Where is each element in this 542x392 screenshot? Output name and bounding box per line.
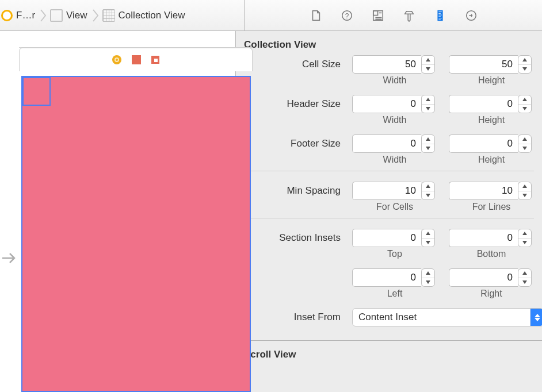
sublabel: For Cells bbox=[376, 202, 413, 212]
header-width-stepper[interactable] bbox=[421, 95, 435, 113]
cell-width-input[interactable] bbox=[352, 55, 421, 74]
field-spacing-cells: For Cells bbox=[352, 182, 437, 212]
section-title-collectionview: Collection View bbox=[236, 31, 542, 55]
breadcrumb-label: View bbox=[66, 10, 87, 21]
stepper-down-icon[interactable] bbox=[518, 239, 531, 247]
sublabel: Width bbox=[383, 75, 407, 86]
stepper-down-icon[interactable] bbox=[422, 191, 434, 200]
breadcrumb-label: F…r bbox=[16, 10, 35, 21]
stepper-down-icon[interactable] bbox=[518, 105, 531, 113]
footer-height-input[interactable] bbox=[449, 134, 518, 153]
inspector-pane: Collection View Cell Size Width Height H… bbox=[236, 31, 542, 392]
header-height-input[interactable] bbox=[449, 95, 518, 113]
label-section-insetsretain: Section Insets bbox=[244, 229, 341, 244]
stepper-up-icon[interactable] bbox=[518, 229, 531, 239]
select-chevrons-icon bbox=[530, 309, 542, 326]
header-height-stepper[interactable] bbox=[518, 95, 532, 113]
field-header-height: Height bbox=[449, 95, 534, 125]
stepper-up-icon[interactable] bbox=[518, 182, 531, 191]
tab-file-inspector[interactable] bbox=[310, 9, 322, 22]
inset-from-value: Content Inset bbox=[358, 312, 417, 323]
field-spacing-lines: For Lines bbox=[449, 182, 534, 212]
inset-from-select[interactable]: Content Inset bbox=[352, 308, 542, 326]
section-title-scrollview: Scroll View bbox=[236, 341, 542, 365]
footer-height-stepper[interactable] bbox=[518, 134, 532, 153]
storyboard-frame-header[interactable] bbox=[19, 48, 253, 71]
field-inset-left: Left bbox=[352, 268, 437, 299]
main-split: Collection View Cell Size Width Height H… bbox=[0, 31, 542, 392]
stepper-down-icon[interactable] bbox=[422, 105, 434, 113]
label-min-spacing: Min Spacing bbox=[244, 182, 341, 197]
top-bar: F…r View Collection View ? bbox=[0, 0, 542, 31]
field-inset-bottom: Bottom bbox=[449, 229, 534, 259]
stepper-down-icon[interactable] bbox=[518, 144, 531, 153]
stepper-down-icon[interactable] bbox=[518, 191, 531, 200]
stepper-up-icon[interactable] bbox=[422, 269, 434, 278]
stepper-up-icon[interactable] bbox=[422, 95, 434, 105]
stepper-up-icon[interactable] bbox=[518, 135, 531, 144]
chevron-right-icon bbox=[40, 7, 47, 24]
inset-top-stepper[interactable] bbox=[421, 229, 435, 247]
footer-width-stepper[interactable] bbox=[421, 134, 435, 153]
field-cell-width: Width bbox=[352, 55, 437, 86]
stepper-down-icon[interactable] bbox=[518, 278, 531, 287]
stepper-up-icon[interactable] bbox=[518, 269, 531, 278]
cell-height-input[interactable] bbox=[449, 55, 518, 74]
inset-left-input[interactable] bbox=[352, 268, 421, 287]
tab-size-inspector[interactable] bbox=[434, 9, 446, 22]
stepper-up-icon[interactable] bbox=[422, 56, 434, 65]
stepper-up-icon[interactable] bbox=[422, 135, 434, 144]
field-header-width: Width bbox=[352, 95, 437, 125]
inset-bottom-input[interactable] bbox=[449, 229, 518, 247]
collection-view-cell[interactable] bbox=[22, 77, 51, 106]
footer-width-input[interactable] bbox=[352, 134, 421, 153]
divider bbox=[244, 218, 534, 218]
stepper-down-icon[interactable] bbox=[422, 144, 434, 153]
stepper-down-icon[interactable] bbox=[422, 239, 434, 247]
field-inset-right: Right bbox=[449, 268, 534, 299]
spacing-lines-stepper[interactable] bbox=[518, 182, 532, 200]
stepper-up-icon[interactable] bbox=[422, 229, 434, 239]
breadcrumb-item-collectionview[interactable]: Collection View bbox=[102, 9, 185, 22]
spacing-lines-input[interactable] bbox=[449, 182, 518, 200]
inset-from-select-wrap: Content Inset bbox=[352, 308, 534, 326]
cell-height-stepper[interactable] bbox=[518, 55, 532, 74]
view-icon bbox=[50, 9, 63, 22]
collection-view-preview[interactable] bbox=[21, 76, 251, 392]
label-header-size: Header Size bbox=[244, 95, 341, 110]
cell-width-stepper[interactable] bbox=[421, 55, 435, 74]
header-width-input[interactable] bbox=[352, 95, 421, 113]
breadcrumb-bar: F…r View Collection View bbox=[0, 0, 245, 30]
breadcrumb-label: Collection View bbox=[119, 10, 185, 21]
sublabel: Bottom bbox=[477, 249, 506, 259]
sublabel: Height bbox=[478, 75, 505, 86]
sublabel: Width bbox=[383, 115, 407, 125]
sublabel: Right bbox=[480, 289, 502, 299]
tab-identity-inspector[interactable] bbox=[372, 9, 384, 22]
tab-connections-inspector[interactable] bbox=[465, 9, 478, 22]
inset-right-stepper[interactable] bbox=[518, 268, 532, 287]
inset-right-input[interactable] bbox=[449, 268, 518, 287]
stepper-up-icon[interactable] bbox=[422, 182, 434, 191]
tab-quick-help[interactable]: ? bbox=[341, 9, 353, 22]
canvas-pane[interactable] bbox=[0, 31, 236, 392]
spacing-cells-input[interactable] bbox=[352, 182, 421, 200]
field-footer-width: Width bbox=[352, 134, 437, 165]
inset-left-stepper[interactable] bbox=[421, 268, 435, 287]
sublabel: Height bbox=[478, 155, 505, 165]
sublabel: Left bbox=[387, 289, 403, 299]
stepper-up-icon[interactable] bbox=[518, 56, 531, 65]
stepper-down-icon[interactable] bbox=[422, 65, 434, 74]
breadcrumb-item-root[interactable]: F…r bbox=[1, 10, 35, 21]
tab-attributes-inspector[interactable] bbox=[403, 9, 415, 22]
spacing-cells-stepper[interactable] bbox=[421, 182, 435, 200]
field-footer-height: Height bbox=[449, 134, 534, 165]
inset-bottom-stepper[interactable] bbox=[518, 229, 532, 247]
stepper-up-icon[interactable] bbox=[518, 95, 531, 105]
header-icon bbox=[151, 56, 159, 64]
inset-top-input[interactable] bbox=[352, 229, 421, 247]
stepper-down-icon[interactable] bbox=[518, 65, 531, 74]
stepper-down-icon[interactable] bbox=[422, 278, 434, 287]
sublabel: For Lines bbox=[472, 202, 511, 212]
breadcrumb-item-view[interactable]: View bbox=[50, 9, 87, 22]
